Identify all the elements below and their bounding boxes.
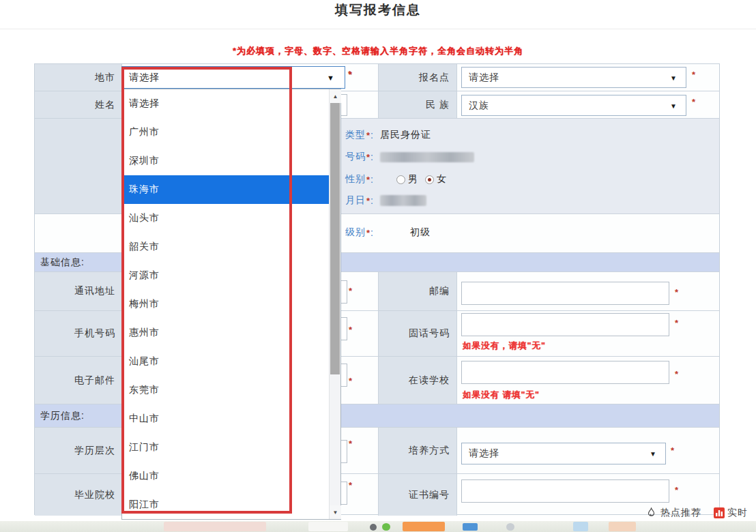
mobile-label: 手机号码 — [35, 311, 122, 356]
city-option[interactable]: 请选择 — [122, 89, 329, 118]
city-select-value: 请选择 — [129, 72, 160, 84]
taskbar-item[interactable] — [370, 524, 377, 531]
city-option[interactable]: 中山市 — [122, 404, 329, 433]
taskbar-item[interactable] — [164, 522, 266, 531]
hot-recommend-link[interactable]: 热点推荐 — [645, 507, 701, 519]
idnumber-redacted-value — [380, 152, 474, 162]
scroll-down-icon[interactable]: ▼ — [330, 505, 341, 519]
taskbar-item[interactable] — [308, 522, 348, 531]
phone-required-mark: * — [675, 318, 678, 328]
chevron-down-icon: ▼ — [670, 102, 678, 109]
email-required-mark: * — [349, 376, 352, 386]
taskbar-item[interactable] — [463, 523, 478, 531]
basic-info-section-title: 基础信息: — [40, 256, 85, 269]
level-value: 初级 — [410, 226, 431, 239]
level-line: 级别*: 初级 — [345, 226, 431, 239]
taskbar-item[interactable] — [382, 523, 390, 531]
gender-colon: : — [370, 174, 373, 185]
city-option[interactable]: 汕尾市 — [122, 347, 329, 376]
city-option[interactable]: 河源市 — [122, 261, 329, 290]
birthdate-required-mark: * — [366, 196, 370, 206]
cert-label: 证书编号 — [378, 474, 457, 516]
city-option[interactable]: 汕头市 — [122, 204, 329, 233]
training-required-mark: * — [671, 445, 674, 456]
city-dropdown-list: 请选择 广州市 深圳市 珠海市 汕头市 韶关市 河源市 梅州市 惠州市 汕尾市 … — [121, 89, 341, 520]
birthdate-label: 月日 — [345, 194, 366, 207]
zip-label: 邮编 — [378, 272, 457, 310]
gender-line: 性别*: 男 女 — [345, 173, 447, 186]
name-label: 姓名 — [35, 91, 122, 118]
level-colon: : — [370, 227, 373, 238]
city-option[interactable]: 佛山市 — [122, 462, 329, 490]
zip-input[interactable] — [461, 282, 669, 305]
regpoint-required-mark: * — [692, 70, 695, 80]
gender-required-mark: * — [366, 175, 370, 185]
dropdown-scrollbar[interactable]: ▲ ▼ — [329, 89, 340, 519]
phone-input[interactable] — [461, 313, 669, 336]
city-option[interactable]: 韶关市 — [122, 233, 329, 261]
taskbar-item[interactable] — [403, 522, 445, 531]
city-option[interactable]: 江门市 — [122, 433, 329, 462]
chevron-down-icon: ▼ — [650, 450, 657, 458]
taskbar-strip — [0, 521, 756, 532]
city-option[interactable]: 深圳市 — [122, 147, 329, 175]
city-option[interactable]: 惠州市 — [122, 319, 329, 347]
level-label: 级别 — [345, 226, 366, 239]
gender-male-radio[interactable] — [396, 175, 405, 184]
scrollbar-thumb[interactable] — [330, 103, 340, 374]
idtype-label: 类型 — [345, 129, 366, 141]
city-option-highlighted[interactable]: 珠海市 — [122, 175, 329, 204]
city-option[interactable]: 东莞市 — [122, 376, 329, 404]
required-fields-warning: *为必填项，字母、数字、空格请输入半角字符，全角会自动转为半角 — [0, 45, 756, 57]
ethnic-select[interactable]: 汉族 ▼ — [461, 95, 686, 116]
regpoint-label: 报名点 — [378, 64, 457, 91]
edu-info-section-title: 学历信息: — [40, 410, 85, 422]
city-dropdown-items: 请选择 广州市 深圳市 珠海市 汕头市 韶关市 河源市 梅州市 惠州市 汕尾市 … — [122, 89, 329, 519]
regpoint-select[interactable]: 请选择 ▼ — [461, 67, 686, 88]
city-option[interactable]: 广州市 — [122, 118, 329, 147]
edu-level-required-mark: * — [349, 439, 352, 449]
phone-note: 如果没有，请填"无" — [463, 340, 546, 352]
cert-required-mark: * — [675, 485, 678, 495]
birthdate-line: 月日*: — [345, 194, 426, 207]
page-title: 填写报考信息 — [0, 1, 756, 19]
idtype-colon: : — [370, 130, 373, 141]
chevron-down-icon: ▼ — [670, 74, 678, 81]
taskbar-item[interactable] — [506, 523, 514, 531]
ethnic-required-mark: * — [692, 97, 695, 107]
scroll-up-icon[interactable]: ▲ — [330, 89, 341, 103]
chevron-down-icon: ▼ — [327, 74, 335, 82]
school-input[interactable] — [461, 361, 669, 384]
live-hot-label: 实时 — [727, 507, 748, 519]
school-required-mark: * — [675, 369, 678, 379]
ethnic-select-value: 汉族 — [469, 100, 489, 112]
city-select[interactable]: 请选择 ▼ — [121, 66, 345, 89]
city-option[interactable]: 梅州市 — [122, 290, 329, 319]
gender-label: 性别 — [345, 173, 366, 186]
idtype-value: 居民身份证 — [380, 129, 431, 141]
ethnic-label: 民 族 — [378, 91, 457, 118]
city-option[interactable]: 阳江市 — [122, 490, 329, 519]
registration-form-page: 填写报考信息 *为必填项，字母、数字、空格请输入半角字符，全角会自动转为半角 地… — [0, 0, 756, 532]
flame-icon — [645, 507, 657, 519]
training-label: 培养方式 — [378, 428, 457, 473]
gender-female-label: 女 — [437, 173, 447, 186]
taskbar-item[interactable] — [609, 522, 636, 531]
idcard-section-label-cell — [35, 119, 122, 213]
taskbar-item[interactable] — [573, 522, 588, 531]
grad-school-label: 毕业院校 — [35, 474, 122, 516]
idtype-line: 类型*: 居民身份证 — [345, 128, 431, 142]
phone-label: 固话号码 — [378, 311, 457, 356]
gender-female-radio[interactable] — [425, 175, 434, 184]
live-hot-link[interactable]: 实时 — [714, 507, 748, 519]
city-required-mark: * — [348, 69, 351, 79]
cert-input[interactable] — [461, 479, 669, 503]
school-note: 如果没有 请填"无" — [463, 389, 540, 401]
training-select[interactable]: 请选择 ▼ — [461, 443, 666, 464]
header-divider — [0, 29, 756, 29]
training-select-value: 请选择 — [469, 447, 499, 460]
city-label: 地市 — [35, 64, 122, 91]
mobile-required-mark: * — [349, 325, 352, 335]
birthdate-colon: : — [370, 195, 373, 206]
idnumber-colon: : — [370, 151, 373, 162]
